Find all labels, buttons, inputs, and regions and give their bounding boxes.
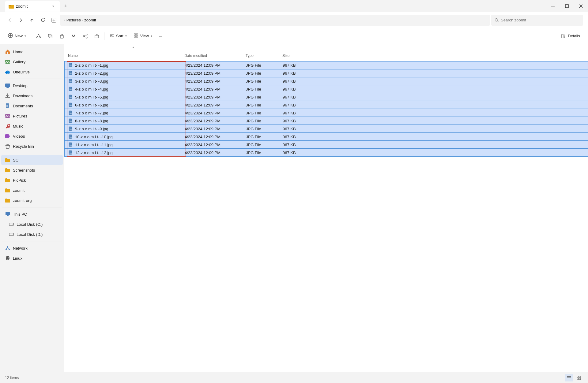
sidebar-item-onedrive[interactable]: OneDrive xyxy=(1,67,63,77)
sidebar-pictures-label: Pictures xyxy=(13,114,52,118)
sidebar-item-desktop[interactable]: Desktop 📌 xyxy=(1,81,63,91)
col-header-size[interactable]: Size xyxy=(279,50,309,61)
svg-rect-59 xyxy=(5,134,9,138)
svg-point-76 xyxy=(6,256,9,260)
sidebar-item-screenshots[interactable]: Screenshots 📌 xyxy=(1,165,63,175)
col-header-name[interactable]: Name xyxy=(64,50,181,61)
sidebar-item-recycle[interactable]: Recycle Bin 📌 xyxy=(1,141,63,151)
paste-icon xyxy=(59,34,64,39)
paste-button[interactable] xyxy=(56,32,67,40)
sidebar-item-localdisk-c[interactable]: Local Disk (C:) xyxy=(1,219,63,229)
svg-text:JPG: JPG xyxy=(70,89,72,91)
desktop-icon xyxy=(5,83,10,88)
table-row[interactable]: JPG 7-z o o m i t- -7.jpg 4/23/2024 12:0… xyxy=(64,109,588,117)
sidebar-item-home[interactable]: Home xyxy=(1,47,63,57)
file-date-cell: 4/23/2024 12:09 PM xyxy=(181,111,242,115)
tab-close-button[interactable]: × xyxy=(50,3,56,9)
sort-button[interactable]: Sort ▾ xyxy=(106,31,130,41)
sort-icon xyxy=(109,33,114,39)
screenshots-folder-icon xyxy=(5,167,10,173)
file-size-cell: 967 KB xyxy=(279,119,310,123)
sidebar-item-sc[interactable]: SC 📌 xyxy=(1,155,63,165)
sidebar-item-zoomit-org[interactable]: zoomit-org 📌 xyxy=(1,195,63,205)
refresh-button[interactable] xyxy=(38,15,48,25)
view-label: View xyxy=(140,34,149,38)
back-button[interactable] xyxy=(5,15,15,25)
table-row[interactable]: JPG 1-z o o m i t- -1.jpg 4/23/2024 12:0… xyxy=(64,61,588,69)
sidebar-item-downloads[interactable]: Downloads 📌 xyxy=(1,91,63,101)
sidebar-picpick-label: PicPick xyxy=(13,178,52,183)
cut-button[interactable] xyxy=(33,32,44,40)
sidebar-item-music[interactable]: Music 📌 xyxy=(1,121,63,131)
table-row[interactable]: JPG 2-z o o m i t- -2.jpg 4/23/2024 12:0… xyxy=(64,69,588,77)
minimize-button[interactable] xyxy=(546,1,560,11)
delete-icon xyxy=(94,34,99,39)
network-icon xyxy=(5,245,10,251)
table-row[interactable]: JPG 12-z o o m i t- -12.jpg 4/23/2024 12… xyxy=(64,149,588,157)
breadcrumb-zoomit[interactable]: zoomit xyxy=(84,18,96,22)
jpg-file-icon: JPG xyxy=(68,87,73,91)
table-row[interactable]: JPG 6-z o o m i t- -6.jpg 4/23/2024 12:0… xyxy=(64,101,588,109)
sidebar-localdisk-c-label: Local Disk (C:) xyxy=(17,222,59,227)
breadcrumb[interactable]: › Pictures › zoomit xyxy=(60,15,490,26)
sidebar-item-network[interactable]: Network xyxy=(1,243,63,253)
active-tab[interactable]: zoomit × xyxy=(5,1,60,12)
sort-chevron: ▾ xyxy=(125,34,127,38)
sidebar-item-zoomit[interactable]: zoomit 📌 xyxy=(1,185,63,195)
svg-rect-29 xyxy=(96,35,97,35)
file-size-cell: 967 KB xyxy=(279,127,310,131)
copy-button[interactable] xyxy=(45,32,56,40)
gallery-icon xyxy=(5,59,10,65)
svg-point-67 xyxy=(13,225,13,225)
search-icon xyxy=(495,18,499,22)
close-button[interactable] xyxy=(574,1,588,11)
forward-button[interactable] xyxy=(16,15,26,25)
new-button[interactable]: New ▾ xyxy=(5,31,29,41)
col-header-date[interactable]: Date modified xyxy=(181,50,242,61)
copy-icon xyxy=(48,34,53,39)
details-button[interactable]: Details xyxy=(558,32,583,40)
table-row[interactable]: JPG 10-z o o m i t- -10.jpg 4/23/2024 12… xyxy=(64,133,588,141)
table-row[interactable]: JPG 9-z o o m i t- -9.jpg 4/23/2024 12:0… xyxy=(64,125,588,133)
file-size-cell: 967 KB xyxy=(279,135,310,139)
list-view-button[interactable] xyxy=(565,374,573,381)
sort-label: Sort xyxy=(116,34,123,38)
location-icon-button[interactable] xyxy=(49,15,59,25)
table-row[interactable]: JPG 4-z o o m i t- -4.jpg 4/23/2024 12:0… xyxy=(64,85,588,93)
search-box[interactable] xyxy=(491,15,583,26)
sidebar-item-documents[interactable]: Documents 📌 xyxy=(1,101,63,111)
new-tab-button[interactable]: + xyxy=(61,2,70,11)
maximize-button[interactable] xyxy=(560,1,574,11)
breadcrumb-pictures[interactable]: Pictures xyxy=(66,18,81,22)
jpg-file-icon: JPG xyxy=(68,150,73,155)
rename-button[interactable] xyxy=(68,32,79,40)
view-button[interactable]: View ▾ xyxy=(130,31,155,41)
table-row[interactable]: JPG 8-z o o m i t- -8.jpg 4/23/2024 12:0… xyxy=(64,117,588,125)
file-type-cell: JPG File xyxy=(242,103,279,107)
sidebar-item-videos[interactable]: Videos 📌 xyxy=(1,131,63,141)
more-button[interactable]: ··· xyxy=(156,32,165,40)
svg-point-12 xyxy=(37,36,38,38)
sidebar-item-gallery[interactable]: Gallery xyxy=(1,57,63,67)
svg-rect-17 xyxy=(48,34,51,37)
sidebar-item-localdisk-d[interactable]: Local Disk (D:) xyxy=(1,229,63,239)
sidebar-item-linux[interactable]: Linux xyxy=(1,253,63,263)
table-row[interactable]: JPG 5-z o o m i t- -5.jpg 4/23/2024 12:0… xyxy=(64,93,588,101)
sidebar-item-thispc[interactable]: This PC xyxy=(1,209,63,219)
delete-button[interactable] xyxy=(91,32,102,40)
zoomit-folder-icon xyxy=(5,188,10,193)
svg-line-75 xyxy=(8,247,9,249)
share-button[interactable] xyxy=(80,32,91,40)
table-row[interactable]: JPG 3-z o o m i t- -3.jpg 4/23/2024 12:0… xyxy=(64,77,588,85)
col-header-type[interactable]: Type xyxy=(242,50,279,61)
svg-rect-1 xyxy=(9,5,11,6)
tab-folder-icon xyxy=(9,4,13,9)
up-button[interactable] xyxy=(27,15,37,25)
sidebar-item-pictures[interactable]: Pictures 📌 xyxy=(1,111,63,121)
onedrive-icon xyxy=(5,69,10,75)
sidebar-item-picpick[interactable]: PicPick 📌 xyxy=(1,175,63,185)
table-row[interactable]: JPG 11-z o o m i t- -11.jpg 4/23/2024 12… xyxy=(64,141,588,149)
svg-point-78 xyxy=(8,258,9,258)
grid-view-button[interactable] xyxy=(575,374,583,381)
search-input[interactable] xyxy=(501,18,580,22)
